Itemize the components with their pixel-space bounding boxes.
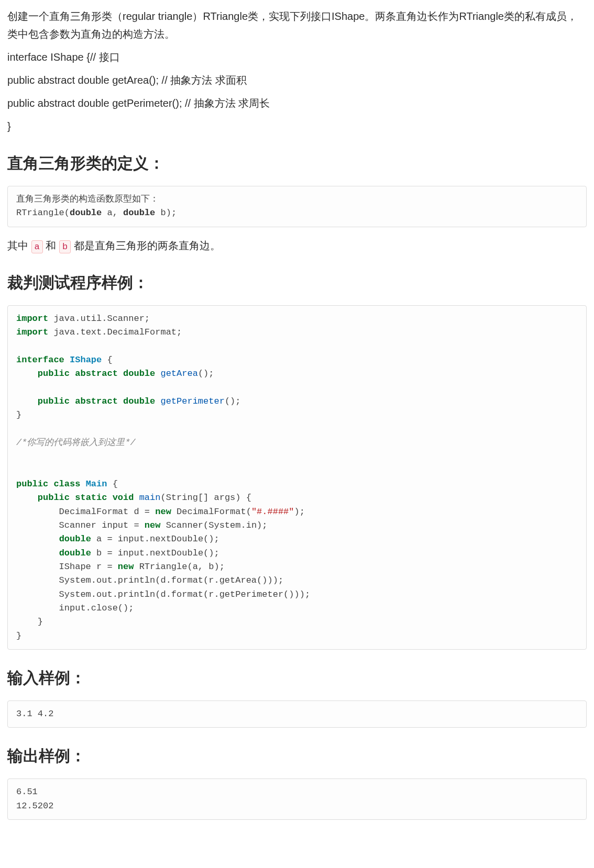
proto-kw-double-1: double — [70, 208, 102, 218]
intro-paragraph-1: 创建一个直角三角形类（regular triangle）RTriangle类，实… — [7, 7, 587, 43]
code-text: RTriangle(a, b); — [134, 562, 224, 572]
code-text: { — [107, 479, 117, 489]
proto-after-end: 都是直角三角形的两条直角边。 — [71, 240, 221, 251]
section-def-title: 直角三角形类的定义： — [7, 150, 587, 176]
code-indent — [16, 534, 59, 544]
judge-codeblock: import java.util.Scanner; import java.te… — [7, 305, 587, 650]
code-text: Scanner input = — [16, 520, 145, 530]
code-text: (); — [225, 396, 241, 406]
intro-paragraph-2: interface IShape {// 接口 — [7, 48, 587, 66]
code-text: DecimalFormat d = — [16, 507, 155, 517]
proto-line2-b: a, — [102, 208, 123, 218]
code-text: (); — [198, 369, 214, 379]
code-text: java.text.DecimalFormat; — [48, 327, 182, 337]
inline-code-b: b — [59, 240, 71, 254]
kw-import-1: import — [16, 314, 48, 324]
code-indent — [16, 369, 38, 379]
code-text: DecimalFormat( — [171, 507, 251, 517]
kw-new-2: new — [145, 520, 161, 530]
fn-getarea: getArea — [160, 369, 197, 379]
proto-after-pre: 其中 — [7, 240, 31, 251]
code-text: b = input.nextDouble(); — [91, 548, 219, 558]
kw-public-class: public class — [16, 479, 86, 489]
intro-paragraph-3: public abstract double getArea(); // 抽象方… — [7, 71, 587, 89]
kw-new-1: new — [155, 507, 171, 517]
proto-after-mid: 和 — [43, 240, 59, 251]
kw-double-1: double — [59, 534, 91, 544]
inline-code-a: a — [31, 240, 43, 254]
cls-main: Main — [86, 479, 107, 489]
code-indent — [16, 548, 59, 558]
kw-psv: public static void — [38, 493, 139, 503]
code-indent — [16, 396, 38, 406]
code-text: } — [16, 410, 21, 420]
input-sample-block: 3.1 4.2 — [7, 700, 587, 728]
code-text: ); — [294, 507, 305, 517]
output-sample-block: 6.51 12.5202 — [7, 778, 587, 820]
proto-codeblock: 直角三角形类的构造函数原型如下： RTriangle(double a, dou… — [7, 186, 587, 227]
code-text: a = input.nextDouble(); — [91, 534, 219, 544]
kw-interface: interface — [16, 355, 70, 365]
kw-import-2: import — [16, 327, 48, 337]
code-text: { — [102, 355, 112, 365]
code-text: input.close(); — [16, 603, 134, 613]
code-text: IShape r = — [16, 562, 118, 572]
code-text: (String[] args) { — [160, 493, 251, 503]
code-text: System.out.println(d.format(r.getPerimet… — [16, 589, 310, 599]
proto-line2-c: b); — [155, 208, 177, 218]
section-output-title: 输出样例： — [7, 742, 587, 769]
code-text: System.out.println(d.format(r.getArea())… — [16, 575, 283, 585]
proto-kw-double-2: double — [123, 208, 155, 218]
fn-getperimeter: getPerimeter — [160, 396, 224, 406]
comment-insert: /*你写的代码将嵌入到这里*/ — [16, 438, 136, 448]
code-indent — [16, 493, 38, 503]
str-format: "#.####" — [251, 507, 294, 517]
section-judge-title: 裁判测试程序样例： — [7, 269, 587, 296]
section-input-title: 输入样例： — [7, 664, 587, 691]
code-text: } — [16, 617, 43, 627]
code-text: java.util.Scanner; — [48, 314, 150, 324]
intro-paragraph-5: } — [7, 117, 587, 135]
intro-paragraph-4: public abstract double getPerimeter(); /… — [7, 94, 587, 112]
code-text: Scanner(System.in); — [160, 520, 267, 530]
kw-pub-abs-dbl-2: public abstract double — [38, 396, 161, 406]
kw-pub-abs-dbl-1: public abstract double — [38, 369, 161, 379]
kw-new-3: new — [118, 562, 134, 572]
cls-ishape: IShape — [70, 355, 102, 365]
fn-main: main — [139, 493, 161, 503]
kw-double-2: double — [59, 548, 91, 558]
proto-line2-a: RTriangle( — [16, 208, 70, 218]
proto-after-text: 其中 a 和 b 都是直角三角形的两条直角边。 — [7, 237, 587, 254]
code-text: } — [16, 631, 21, 641]
proto-line1: 直角三角形类的构造函数原型如下： — [16, 194, 159, 204]
